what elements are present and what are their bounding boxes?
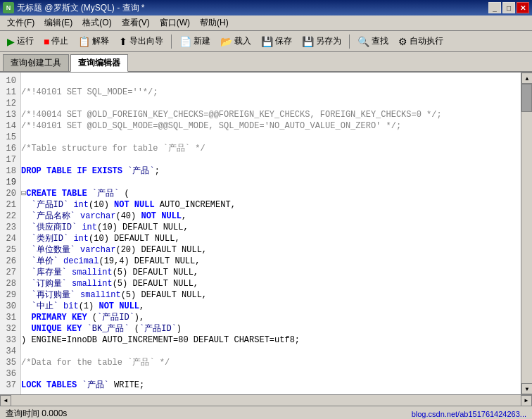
explain-label: 解释 xyxy=(92,35,109,47)
find-icon: 🔍 xyxy=(357,37,369,46)
new-label: 新建 xyxy=(194,35,210,47)
line-num-14: 14 xyxy=(4,120,16,132)
line-21: `产品名称` varchar(40) NOT NULL, xyxy=(21,211,186,221)
line-17: DROP TABLE IF EXISTS `产品`; xyxy=(21,166,160,176)
menu-file[interactable]: 文件(F) xyxy=(3,15,39,30)
title-bar-left: N 无标题 @罗斯文 (MySQL) - 查询 * xyxy=(3,2,145,14)
vertical-scrollbar[interactable]: ▲ ▼ xyxy=(521,73,532,394)
line-num-13: 13 xyxy=(4,109,16,120)
load-icon: 📂 xyxy=(220,37,232,46)
save-button[interactable]: 💾 保存 xyxy=(257,33,296,50)
autoexec-label: 自动执行 xyxy=(410,35,443,47)
scroll-thumb[interactable] xyxy=(521,84,532,112)
new-icon: 📄 xyxy=(179,37,191,46)
export-button[interactable]: ⬆ 导出向导 xyxy=(115,33,167,50)
line-num-37: 37 xyxy=(4,380,16,391)
line-num-12: 12 xyxy=(4,98,16,109)
menu-view[interactable]: 查看(V) xyxy=(118,15,154,30)
line-num-15: 15 xyxy=(4,132,16,143)
scroll-left-button[interactable]: ◀ xyxy=(0,395,11,406)
scroll-right-button[interactable]: ▶ xyxy=(521,395,532,406)
maximize-button[interactable]: □ xyxy=(502,2,515,13)
line-13: /*!40101 SET @OLD_SQL_MODE=@@SQL_MODE, S… xyxy=(21,121,401,131)
export-label: 导出向导 xyxy=(129,35,163,47)
line-27: `订购量` smallint(5) DEFAULT NULL, xyxy=(21,279,198,289)
editor-area: 10 11 12 13 14 15 16 17 18 19 20 21 22 2… xyxy=(0,73,532,394)
code-content: /*!40101 SET SQL_MODE=''*/; /*!40014 SET… xyxy=(21,73,521,394)
line-num-24: 24 xyxy=(4,233,16,244)
line-34: /*Data for the table `产品` */ xyxy=(21,358,170,368)
line-num-28: 28 xyxy=(4,278,16,289)
save-icon: 💾 xyxy=(261,37,273,46)
line-19: ⊟CREATE TABLE `产品` ( xyxy=(21,189,129,199)
menu-window[interactable]: 窗口(W) xyxy=(156,15,194,30)
line-num-36: 36 xyxy=(4,368,16,380)
title-bar: N 无标题 @罗斯文 (MySQL) - 查询 * _ □ ✕ xyxy=(0,0,532,15)
menu-bar: 文件(F) 编辑(E) 格式(O) 查看(V) 窗口(W) 帮助(H) xyxy=(0,15,532,31)
status-bar: 查询时间 0.000s blog.csdn.net/ab151761424263… xyxy=(0,406,532,419)
line-num-10: 10 xyxy=(4,75,16,87)
line-28: `再订购量` smallint(5) DEFAULT NULL, xyxy=(21,290,207,300)
line-15: /*Table structure for table `产品` */ xyxy=(21,144,205,154)
tab-bar: 查询创建工具 查询编辑器 xyxy=(0,52,532,73)
line-num-22: 22 xyxy=(4,211,16,222)
menu-edit[interactable]: 编辑(E) xyxy=(40,15,77,30)
tab-query-builder[interactable]: 查询创建工具 xyxy=(3,54,69,71)
new-button[interactable]: 📄 新建 xyxy=(175,33,215,50)
tab-query-editor[interactable]: 查询编辑器 xyxy=(70,54,128,72)
line-num-34: 34 xyxy=(4,346,16,357)
toolbar: ▶ 运行 ■ 停止 📋 解释 ⬆ 导出向导 📄 新建 📂 载入 💾 保存 💾 另… xyxy=(0,31,532,52)
line-29: `中止` bit(1) NOT NULL, xyxy=(21,301,144,311)
horizontal-scrollbar[interactable]: ◀ ▶ xyxy=(0,394,532,406)
line-num-31: 31 xyxy=(4,312,16,323)
export-icon: ⬆ xyxy=(119,37,127,46)
line-num-35: 35 xyxy=(4,357,16,368)
line-num-29: 29 xyxy=(4,289,16,301)
h-scroll-track[interactable] xyxy=(11,395,521,406)
line-12: /*!40014 SET @OLD_FOREIGN_KEY_CHECKS=@@F… xyxy=(21,110,442,120)
line-10: /*!40101 SET SQL_MODE=''*/; xyxy=(21,87,158,97)
line-num-30: 30 xyxy=(4,301,16,312)
stop-label: 停止 xyxy=(51,35,68,47)
line-32: ) ENGINE=InnoDB AUTO_INCREMENT=80 DEFAUL… xyxy=(21,335,300,345)
menu-format[interactable]: 格式(O) xyxy=(78,15,115,30)
window-title: 无标题 @罗斯文 (MySQL) - 查询 * xyxy=(17,2,145,14)
autoexec-button[interactable]: ⚙ 自动执行 xyxy=(394,33,448,50)
explain-icon: 📋 xyxy=(78,37,90,46)
line-num-17: 17 xyxy=(4,154,16,165)
line-25: `单价` decimal(19,4) DEFAULT NULL, xyxy=(21,256,200,266)
minimize-button[interactable]: _ xyxy=(488,2,501,13)
toolbar-sep-1 xyxy=(171,35,172,49)
line-20: `产品ID` int(10) NOT NULL AUTO_INCREMENT, xyxy=(21,200,236,210)
saveas-button[interactable]: 💾 另存为 xyxy=(298,33,346,50)
scroll-up-button[interactable]: ▲ xyxy=(521,73,532,84)
status-url: blog.csdn.net/ab151761424263... xyxy=(412,410,526,418)
save-label: 保存 xyxy=(275,35,292,47)
line-numbers: 10 11 12 13 14 15 16 17 18 19 20 21 22 2… xyxy=(0,73,21,394)
scroll-track[interactable] xyxy=(521,84,532,383)
line-36: LOCK TABLES `产品` WRITE; xyxy=(21,380,144,390)
run-button[interactable]: ▶ 运行 xyxy=(3,33,38,50)
find-label: 查找 xyxy=(372,35,388,47)
code-editor[interactable]: /*!40101 SET SQL_MODE=''*/; /*!40014 SET… xyxy=(21,73,521,394)
load-button[interactable]: 📂 载入 xyxy=(216,33,255,50)
line-num-20: 20 xyxy=(4,188,16,199)
autoexec-icon: ⚙ xyxy=(398,37,407,46)
explain-button[interactable]: 📋 解释 xyxy=(74,33,113,50)
run-icon: ▶ xyxy=(7,37,15,46)
line-24: `单位数量` varchar(20) DEFAULT NULL, xyxy=(21,245,207,255)
close-button[interactable]: ✕ xyxy=(517,2,529,13)
saveas-icon: 💾 xyxy=(302,37,314,46)
stop-button[interactable]: ■ 停止 xyxy=(39,33,72,50)
app-icon: N xyxy=(3,2,14,13)
status-text: 查询时间 0.000s xyxy=(6,408,67,419)
title-bar-buttons[interactable]: _ □ ✕ xyxy=(488,2,529,13)
menu-help[interactable]: 帮助(H) xyxy=(196,15,233,30)
line-num-16: 16 xyxy=(4,143,16,154)
line-23: `类别ID` int(10) DEFAULT NULL, xyxy=(21,234,180,244)
scroll-down-button[interactable]: ▼ xyxy=(521,383,532,394)
toolbar-sep-2 xyxy=(349,35,350,49)
line-num-27: 27 xyxy=(4,267,16,278)
find-button[interactable]: 🔍 查找 xyxy=(353,33,393,50)
line-num-26: 26 xyxy=(4,256,16,267)
